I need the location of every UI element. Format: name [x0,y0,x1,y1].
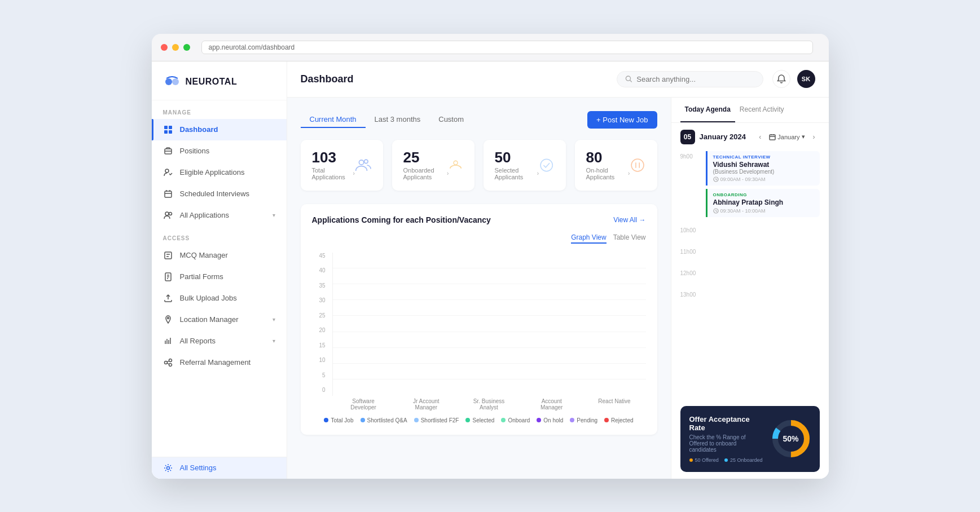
dashboard-icon [163,125,173,135]
sidebar-item-all-apps-label: All Applications [180,211,229,219]
location-chevron-icon: ▾ [273,316,275,323]
tab-today-agenda[interactable]: Today Agenda [680,98,735,122]
legend-pending: Pending [570,417,597,423]
access-section-label: ACCESS [152,226,287,245]
view-all-link[interactable]: View All → [613,216,645,224]
offer-acceptance-card: Offer Acceptance Rate Check the % Range … [680,406,820,472]
referral-icon [163,357,173,368]
legend-shortlisted-f2f: Shortlisted F2F [414,417,459,423]
header-icons: SK [772,70,815,88]
calendar-icon [163,189,173,199]
chart-header: Applications Coming for each Position/Va… [312,215,646,224]
month-select[interactable]: January ▾ [769,133,805,140]
graph-view-tab[interactable]: Graph View [571,233,606,244]
prev-month-button[interactable]: ‹ [754,131,766,143]
agenda-content: 05 January 2024 ‹ January ▾ › [671,123,829,399]
sidebar-item-mcq-manager[interactable]: MCQ Manager [152,245,287,266]
date-header: 05 January 2024 ‹ January ▾ › [680,130,820,144]
browser-url-bar: app.neurotal.com/dashboard [201,41,813,54]
selected-value: 50 [495,150,539,165]
time-label-10: 10h00 [680,225,700,242]
svg-point-7 [165,169,169,173]
legend-onboard: Onboard [501,417,530,423]
total-applications-value: 103 [312,150,355,165]
sidebar-item-scheduled-interviews[interactable]: Scheduled Interviews [152,183,287,205]
total-applications-label: Total Applications › [312,167,355,180]
next-month-button[interactable]: › [808,131,820,143]
svg-point-17 [166,466,169,469]
legend-selected: Selected [465,417,494,423]
time-slot-11: 11h00 [680,246,820,263]
offer-title: Offer Acceptance Rate [689,415,764,432]
post-job-button[interactable]: + Post New Job [587,111,657,129]
donut-chart: 50% [771,419,811,458]
svg-rect-24 [770,135,775,140]
chart-view-tabs: Graph View Table View [312,233,646,244]
sidebar-item-location-manager[interactable]: Location Manager ▾ [152,309,287,330]
content-area: Current Month Last 3 months Custom + Pos… [287,98,829,479]
all-apps-icon [163,210,173,220]
date-label: January 2024 [700,133,746,141]
offer-desc: Check the % Range of Offered to onboard … [689,434,764,453]
svg-rect-2 [164,126,168,129]
sidebar-item-all-applications[interactable]: All Applications ▾ [152,205,287,226]
sidebar-item-eligible-applications[interactable]: Eligible Applications [152,162,287,183]
tab-recent-activity[interactable]: Recent Activity [735,98,789,122]
time-label-11: 11h00 [680,246,700,263]
browser-maximize[interactable] [183,44,190,51]
sidebar-item-positions[interactable]: Positions [152,140,287,162]
event-subtitle-vidushi: (Business Development) [713,169,814,175]
onboarded-label: Onboarded Applicants › [403,167,449,180]
sidebar-item-all-reports[interactable]: All Reports ▾ [152,330,287,352]
svg-rect-11 [165,252,172,259]
event-name-vidushi: Vidushi Sehrawat [713,161,814,169]
x-label-software: Software Developer [344,398,384,411]
legend-onboarded: 25 Onboarded [724,457,763,463]
chart-inner: Software Developer Jr Account Manager Sr… [332,253,646,411]
settings-icon [163,463,173,473]
user-avatar[interactable]: SK [797,70,815,88]
search-input[interactable] [636,75,754,83]
sidebar-item-bulk-upload[interactable]: Bulk Upload Jobs [152,288,287,309]
x-label-jr-account: Jr Account Manager [406,398,446,411]
chart-title: Applications Coming for each Position/Va… [312,215,614,224]
sidebar-item-referral[interactable]: Referral Management [152,352,287,373]
partial-forms-icon [163,272,173,282]
sidebar-item-dashboard[interactable]: Dashboard [152,119,287,140]
sidebar-item-eligible-label: Eligible Applications [180,168,245,176]
svg-point-20 [364,160,368,164]
mcq-icon [163,250,173,261]
time-slot-13: 13h00 [680,289,820,306]
tab-custom[interactable]: Custom [429,112,473,128]
date-badge: 05 [680,130,695,144]
tab-current-month[interactable]: Current Month [301,112,366,128]
svg-point-15 [169,359,172,361]
logo: NEUROTAL [152,61,287,100]
browser-close[interactable] [161,44,168,51]
onboarded-value: 25 [403,150,449,165]
tab-last-3-months[interactable]: Last 3 months [366,112,430,128]
x-label-sr-business: Sr. Business Analyst [469,398,509,411]
sidebar-item-settings[interactable]: All Settings [152,457,287,479]
svg-point-1 [172,78,179,85]
bulk-upload-icon [163,293,173,303]
on-hold-label: On-hold Applicants › [586,167,630,180]
page-title: Dashboard [301,73,354,85]
sidebar-item-partial-forms[interactable]: Partial Forms [152,266,287,288]
positions-icon [163,146,173,156]
svg-point-23 [632,159,644,171]
chart-section: Applications Coming for each Position/Va… [301,204,657,435]
event-technical-interview[interactable]: TECHNICAL INTERVIEW Vidushi Sehrawat (Bu… [706,151,820,186]
legend-shortlisted-qa: Shortlisted Q&A [361,417,407,423]
search-bar [617,71,763,87]
event-onboarding[interactable]: ONBOARDING Abhinay Pratap Singh 09:30AM … [706,189,820,217]
dashboard-main: Current Month Last 3 months Custom + Pos… [287,98,671,479]
donut-percentage: 50% [771,419,811,458]
event-name-abhinay: Abhinay Pratap Singh [713,198,814,206]
sidebar-item-settings-label: All Settings [180,464,217,472]
browser-minimize[interactable] [172,44,179,51]
notification-bell[interactable] [772,70,790,88]
event-type-onboarding: ONBOARDING [713,192,814,197]
table-view-tab[interactable]: Table View [613,233,646,244]
svg-point-16 [169,363,172,366]
